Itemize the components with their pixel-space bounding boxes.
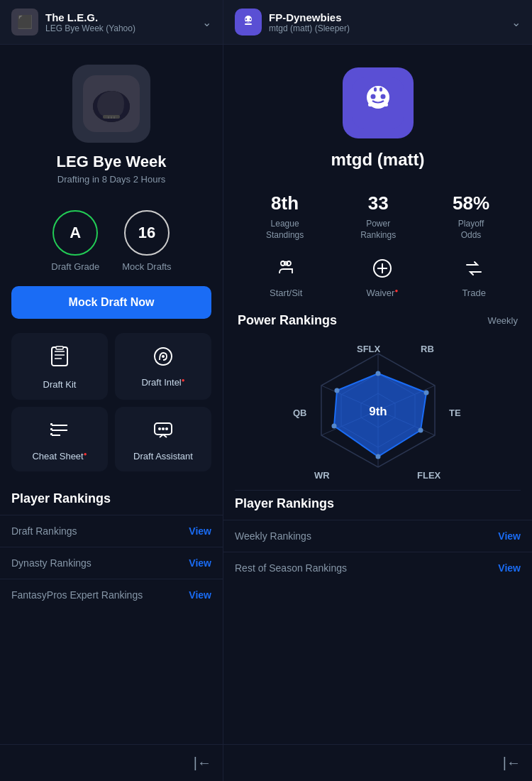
ros-rankings-row: Rest of Season Rankings View: [223, 552, 532, 584]
left-header-avatar: ⬛: [11, 9, 38, 36]
left-bottom-nav: |←: [0, 744, 223, 781]
draft-assistant-card[interactable]: Draft Assistant: [115, 407, 211, 471]
waiver-icon: [372, 258, 393, 282]
left-league-meta: LEG Bye Week (Yahoo): [45, 23, 195, 33]
draft-grade-label: Draft Grade: [51, 261, 99, 272]
dynasty-rankings-view[interactable]: View: [189, 557, 211, 569]
weekly-rankings-row: Weekly Rankings View: [223, 520, 532, 552]
svg-point-22: [162, 427, 165, 430]
right-player-rankings-title: Player Rankings: [223, 491, 532, 520]
svg-point-37: [284, 262, 288, 266]
playoff-odds-stat: 58% PlayoffOdds: [453, 192, 489, 241]
svg-point-31: [370, 94, 375, 99]
draft-assistant-icon: [153, 420, 174, 444]
helmet-svg: [83, 75, 140, 132]
league-logo-area: LEG Bye Week Drafting in 8 Days 2 Hours: [0, 45, 223, 196]
right-team-meta: mtgd (matt) (Sleeper): [269, 23, 504, 33]
profile-avatar: [343, 67, 414, 138]
right-tools-row: Start/Sit Waiver● Trade: [223, 246, 532, 304]
league-draft-meta: Drafting in 8 Days 2 Hours: [57, 174, 165, 185]
radar-flex-label: FLEX: [417, 470, 441, 481]
svg-rect-18: [50, 428, 52, 430]
radar-wr-label: WR: [314, 470, 330, 481]
radar-dot-te: [418, 427, 423, 432]
radar-rank-label: 9th: [369, 405, 387, 418]
radar-container: SFLX RB QB TE WR FLEX 9th: [223, 334, 532, 490]
fantasypros-rankings-view[interactable]: View: [189, 589, 211, 601]
right-nav-icon[interactable]: |←: [503, 755, 521, 771]
svg-rect-33: [374, 87, 377, 92]
mock-drafts-stat: 16 Mock Drafts: [122, 210, 171, 272]
left-header-text: The L.E.G. LEG Bye Week (Yahoo): [45, 11, 195, 33]
right-header-avatar: [235, 9, 262, 36]
right-header[interactable]: FP-Dynewbies mtgd (matt) (Sleeper) ⌄: [223, 0, 532, 45]
dynasty-rankings-row: Dynasty Rankings View: [0, 547, 223, 579]
draft-intel-icon: [153, 346, 174, 370]
radar-dot-rb: [423, 390, 428, 395]
draft-grade-badge: A: [52, 210, 98, 256]
right-stats-row: 8th LeagueStandings 33 PowerRankings 58%…: [223, 181, 532, 246]
cheat-sheet-icon: [49, 420, 70, 444]
svg-rect-30: [368, 103, 388, 106]
left-header-chevron-icon[interactable]: ⌄: [202, 16, 211, 29]
draft-intel-label: Draft Intel●: [141, 377, 184, 388]
svg-rect-34: [379, 87, 382, 92]
draft-rankings-view[interactable]: View: [189, 525, 211, 537]
left-player-rankings-title: Player Rankings: [0, 486, 223, 515]
start-sit-tool[interactable]: Start/Sit: [270, 258, 302, 298]
svg-point-26: [245, 18, 247, 20]
league-standings-value: 8th: [271, 192, 299, 214]
left-stats-row: A Draft Grade 16 Mock Drafts: [0, 196, 223, 286]
left-header[interactable]: ⬛ The L.E.G. LEG Bye Week (Yahoo) ⌄: [0, 0, 223, 45]
left-nav-icon[interactable]: |←: [194, 755, 211, 771]
league-logo: [72, 65, 150, 143]
playoff-odds-value: 58%: [453, 192, 489, 214]
svg-point-13: [162, 355, 165, 358]
weekly-rankings-view[interactable]: View: [498, 530, 521, 542]
svg-rect-7: [52, 347, 67, 366]
svg-rect-11: [56, 346, 63, 349]
league-standings-label: LeagueStandings: [266, 219, 304, 241]
svg-rect-19: [50, 433, 52, 435]
svg-rect-25: [245, 23, 252, 25]
fantasypros-rankings-row: FantasyPros Expert Rankings View: [0, 579, 223, 611]
cheat-sheet-label: Cheat Sheet●: [32, 451, 87, 462]
waiver-label: Waiver●: [366, 288, 398, 298]
profile-area: mtgd (matt): [223, 45, 532, 181]
right-header-chevron-icon[interactable]: ⌄: [511, 16, 521, 29]
draft-assistant-label: Draft Assistant: [133, 451, 193, 462]
mock-draft-button[interactable]: Mock Draft Now: [11, 286, 211, 319]
svg-point-32: [380, 94, 385, 99]
radar-dot-flex: [375, 454, 380, 459]
left-panel: ⬛ The L.E.G. LEG Bye Week (Yahoo) ⌄ LEG …: [0, 0, 223, 781]
profile-name: mtgd (matt): [331, 150, 425, 170]
start-sit-label: Start/Sit: [270, 288, 302, 298]
weekly-button[interactable]: Weekly: [488, 315, 518, 326]
ros-rankings-view[interactable]: View: [498, 562, 521, 574]
radar-rb-label: RB: [421, 344, 434, 354]
svg-rect-17: [50, 423, 52, 425]
dynasty-rankings-label: Dynasty Rankings: [11, 557, 92, 569]
playoff-odds-label: PlayoffOdds: [458, 219, 484, 241]
draft-grade-stat: A Draft Grade: [51, 210, 99, 272]
svg-point-27: [250, 18, 251, 20]
trade-icon: [463, 258, 484, 282]
trade-label: Trade: [462, 288, 485, 298]
weekly-rankings-label: Weekly Rankings: [235, 530, 311, 542]
radar-te-label: TE: [449, 408, 461, 418]
cheat-sheet-card[interactable]: Cheat Sheet●: [11, 407, 108, 471]
mock-drafts-label: Mock Drafts: [122, 261, 171, 272]
radar-sflx-label: SFLX: [357, 344, 381, 354]
start-sit-icon: [275, 258, 297, 282]
fantasypros-rankings-label: FantasyPros Expert Rankings: [11, 589, 143, 601]
svg-point-21: [158, 427, 161, 430]
mock-drafts-badge: 16: [124, 210, 170, 256]
power-rankings-label: PowerRankings: [360, 219, 396, 241]
right-bottom-nav: |←: [223, 744, 532, 781]
waiver-tool[interactable]: Waiver●: [366, 258, 398, 298]
draft-kit-label: Draft Kit: [43, 379, 77, 390]
trade-tool[interactable]: Trade: [462, 258, 485, 298]
draft-intel-card[interactable]: Draft Intel●: [115, 333, 211, 400]
draft-kit-card[interactable]: Draft Kit: [11, 333, 108, 400]
right-team-name: FP-Dynewbies: [269, 11, 504, 23]
